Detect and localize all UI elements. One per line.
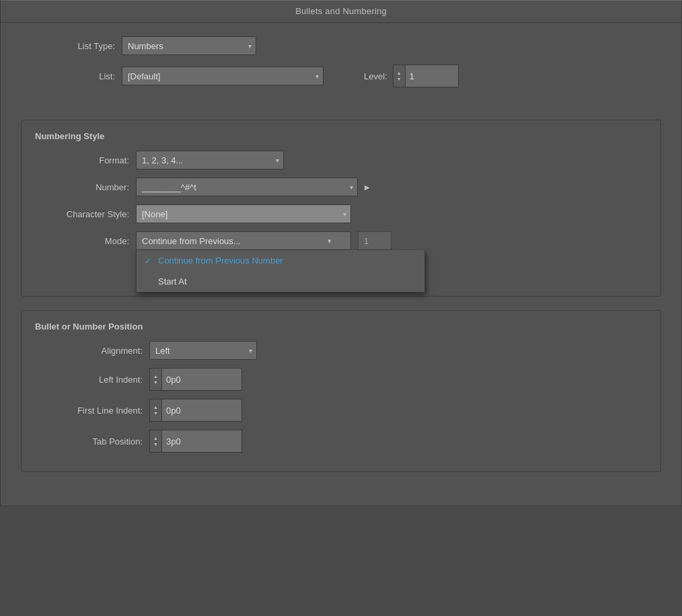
list-row: List: [Default] ▾ Level: ▲ ▼ 1 xyxy=(21,65,661,87)
format-select[interactable]: 1, 2, 3, 4... A, B, C, D... a, b, c, d..… xyxy=(136,151,284,169)
alignment-select[interactable]: Left Center Right xyxy=(149,341,257,360)
dialog-title: Bullets and Numbering xyxy=(295,6,387,16)
level-up-icon[interactable]: ▲ xyxy=(397,70,402,76)
level-spinner[interactable]: ▲ ▼ 1 xyxy=(393,65,459,87)
mode-chevron-icon: ▾ xyxy=(328,237,332,245)
number-pattern-select[interactable]: ________^#^t xyxy=(136,178,358,196)
number-label: Number: xyxy=(35,182,129,192)
level-label: Level: xyxy=(364,71,387,81)
list-label: List: xyxy=(21,71,115,81)
first-line-indent-spinner[interactable]: ▲ ▼ 0p0 xyxy=(149,399,242,422)
mode-dropdown-container: Continue from Previous... ▾ Continue fro… xyxy=(136,231,351,250)
list-wrapper[interactable]: [Default] ▾ xyxy=(122,67,324,85)
bullets-numbering-dialog: Bullets and Numbering List Type: Numbers… xyxy=(0,0,682,506)
first-line-up-icon[interactable]: ▲ xyxy=(153,404,158,410)
number-pattern-wrapper[interactable]: ________^#^t ▾ xyxy=(136,178,358,196)
position-section-title: Bullet or Number Position xyxy=(35,321,647,332)
format-row: Format: 1, 2, 3, 4... A, B, C, D... a, b… xyxy=(35,151,647,169)
tab-position-arrows[interactable]: ▲ ▼ xyxy=(149,430,161,453)
tab-position-label: Tab Position: xyxy=(35,436,143,447)
first-line-indent-label: First Line Indent: xyxy=(35,406,143,416)
mode-row: Mode: Continue from Previous... ▾ Contin… xyxy=(35,231,647,250)
tab-position-spinner[interactable]: ▲ ▼ 3p0 xyxy=(149,430,242,453)
title-bar: Bullets and Numbering xyxy=(1,1,681,23)
list-type-select[interactable]: Numbers Bullets None xyxy=(122,36,256,55)
mode-select-display[interactable]: Continue from Previous... ▾ xyxy=(136,231,351,250)
left-indent-input[interactable]: 0p0 xyxy=(161,368,242,391)
first-line-down-icon[interactable]: ▼ xyxy=(153,410,158,416)
number-pattern-group: ________^#^t ▾ ▶ xyxy=(136,178,370,196)
left-indent-spinner[interactable]: ▲ ▼ 0p0 xyxy=(149,368,242,391)
mode-option-continue[interactable]: Continue from Previous Number xyxy=(137,250,424,271)
top-section: List Type: Numbers Bullets None ▾ List: … xyxy=(1,23,681,104)
number-expand-icon[interactable]: ▶ xyxy=(365,184,370,191)
start-at-input[interactable] xyxy=(358,231,391,250)
first-line-indent-input[interactable]: 0p0 xyxy=(161,399,242,422)
alignment-label: Alignment: xyxy=(35,346,143,356)
numbering-style-section: Numbering Style Format: 1, 2, 3, 4... A,… xyxy=(21,120,661,297)
mode-option-start-at[interactable]: Start At xyxy=(137,271,424,292)
mode-dropdown-menu: Continue from Previous Number Start At xyxy=(136,250,425,293)
list-type-label: List Type: xyxy=(21,41,115,51)
left-indent-row: Left Indent: ▲ ▼ 0p0 xyxy=(35,368,647,391)
mode-label: Mode: xyxy=(35,236,129,246)
list-type-wrapper[interactable]: Numbers Bullets None ▾ xyxy=(122,36,256,55)
alignment-row: Alignment: Left Center Right ▾ xyxy=(35,341,647,360)
char-style-label: Character Style: xyxy=(35,209,129,219)
number-row: Number: ________^#^t ▾ ▶ xyxy=(35,178,647,196)
position-section: Bullet or Number Position Alignment: Lef… xyxy=(21,310,661,472)
left-indent-down-icon[interactable]: ▼ xyxy=(153,379,158,385)
mode-current-value: Continue from Previous... xyxy=(142,236,241,246)
tab-up-icon[interactable]: ▲ xyxy=(153,435,158,441)
alignment-wrapper[interactable]: Left Center Right ▾ xyxy=(149,341,257,360)
char-style-select[interactable]: [None] xyxy=(136,204,351,223)
format-label: Format: xyxy=(35,155,129,165)
list-select[interactable]: [Default] xyxy=(122,67,324,85)
level-down-icon[interactable]: ▼ xyxy=(397,76,402,82)
main-content: Numbering Style Format: 1, 2, 3, 4... A,… xyxy=(1,104,681,506)
char-style-row: Character Style: [None] ▾ xyxy=(35,204,647,223)
level-spinner-arrows[interactable]: ▲ ▼ xyxy=(393,65,405,87)
tab-position-row: Tab Position: ▲ ▼ 3p0 xyxy=(35,430,647,453)
first-line-indent-arrows[interactable]: ▲ ▼ xyxy=(149,399,161,422)
left-indent-label: Left Indent: xyxy=(35,375,143,385)
tab-position-input[interactable]: 3p0 xyxy=(161,430,242,453)
format-wrapper[interactable]: 1, 2, 3, 4... A, B, C, D... a, b, c, d..… xyxy=(136,151,284,169)
level-input[interactable]: 1 xyxy=(405,65,459,87)
list-type-row: List Type: Numbers Bullets None ▾ xyxy=(21,36,661,55)
left-indent-up-icon[interactable]: ▲ xyxy=(153,373,158,379)
left-indent-arrows[interactable]: ▲ ▼ xyxy=(149,368,161,391)
char-style-wrapper[interactable]: [None] ▾ xyxy=(136,204,351,223)
tab-down-icon[interactable]: ▼ xyxy=(153,441,158,447)
numbering-style-title: Numbering Style xyxy=(35,131,647,141)
level-group: Level: ▲ ▼ 1 xyxy=(364,65,459,87)
first-line-indent-row: First Line Indent: ▲ ▼ 0p0 xyxy=(35,399,647,422)
